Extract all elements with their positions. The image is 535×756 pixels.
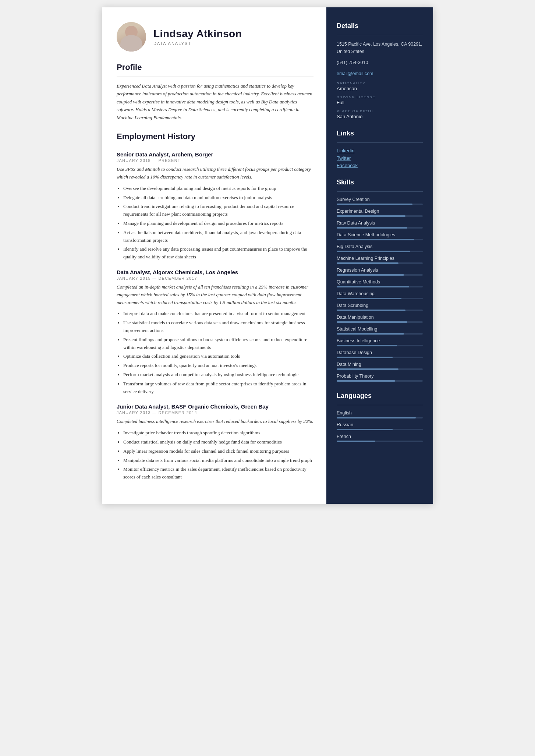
bullet-item: Perform market analysis and competitor a… [123, 371, 313, 379]
email-link[interactable]: email@email.com [337, 71, 373, 76]
link-item[interactable]: Linkedin [337, 148, 423, 153]
details-title: Details [337, 22, 423, 30]
languages-divider [337, 405, 423, 405]
nationality-label: Nationality [337, 81, 423, 85]
bullet-item: Act as the liaison between data architec… [123, 229, 313, 244]
skill-bar-fill [337, 215, 405, 217]
links-title: Links [337, 130, 423, 137]
skill-item: Database Design [337, 350, 423, 358]
skill-name: Data Manipulation [337, 315, 423, 320]
skill-bar-fill [337, 286, 409, 287]
right-column: Details 1515 Pacific Ave, Los Angeles, C… [326, 7, 433, 504]
job-bullets: Oversee the developmental planning and d… [123, 185, 313, 261]
nationality-value: American [337, 86, 423, 91]
driving-value: Full [337, 100, 423, 105]
skill-bar-bg [337, 227, 423, 229]
employment-divider [117, 146, 313, 146]
bullet-item: Delegate all data scrubbing and data man… [123, 194, 313, 202]
skill-bar-bg [337, 298, 423, 299]
language-bar-fill [337, 429, 393, 430]
skill-bar-fill [337, 380, 395, 382]
detail-phone: (541) 754-3010 [337, 59, 423, 66]
profile-divider [117, 77, 313, 77]
skill-bar-bg [337, 357, 423, 358]
skill-bar-fill [337, 310, 405, 311]
job-bullets: Investigate price behavior trends throug… [123, 429, 313, 481]
bullet-item: Transform large volumes of raw data from… [123, 380, 313, 396]
skill-item: Data Science Methodologies [337, 232, 423, 240]
skill-bar-bg [337, 310, 423, 311]
job-dates: January 2013 — December 2014 [117, 410, 313, 415]
language-name: Russian [337, 422, 423, 427]
job-summary: Completed business intelligence research… [117, 418, 313, 425]
skill-bar-fill [337, 274, 404, 276]
skill-item: Big Data Analysis [337, 244, 423, 252]
candidate-name: Lindsay Atkinson [153, 28, 242, 40]
link-item[interactable]: Twitter [337, 155, 423, 161]
skill-bar-fill [337, 368, 398, 370]
skill-name: Quantitative Methods [337, 279, 423, 285]
skill-name: Business Intelligence [337, 338, 423, 343]
skill-item: Quantitative Methods [337, 279, 423, 287]
skill-bar-bg [337, 380, 423, 382]
job-title: Junior Data Analyst, BASF Organic Chemic… [117, 403, 313, 410]
detail-email: email@email.com [337, 70, 423, 77]
skill-bar-fill [337, 298, 401, 299]
skill-item: Machine Learning Principles [337, 256, 423, 264]
skill-item: Data Mining [337, 362, 423, 370]
skill-name: Regression Analysis [337, 268, 423, 273]
skill-name: Data Mining [337, 362, 423, 367]
jobs-container: Senior Data Analyst, Archem, BorgerJanua… [117, 151, 313, 481]
job-summary: Completed an in-depth market analysis of… [117, 283, 313, 306]
job-entry: Junior Data Analyst, BASF Organic Chemic… [117, 403, 313, 481]
resume-container: Lindsay Atkinson Data Analyst Profile Ex… [102, 7, 433, 504]
skill-name: Raw Data Analysis [337, 220, 423, 226]
skill-name: Survey Creation [337, 197, 423, 202]
job-title: Data Analyst, Algorax Chemicals, Los Ang… [117, 269, 313, 275]
bullet-item: Investigate price behavior trends throug… [123, 429, 313, 437]
language-bar-fill [337, 441, 375, 442]
job-dates: January 2018 — Present [117, 158, 313, 163]
skill-item: Statistical Modelling [337, 326, 423, 335]
candidate-title: Data Analyst [153, 41, 242, 46]
language-bar-fill [337, 417, 416, 418]
skill-bar-fill [337, 239, 414, 240]
skill-bar-bg [337, 274, 423, 276]
skill-bar-bg [337, 286, 423, 287]
bullet-item: Produce reports for monthly, quarterly a… [123, 362, 313, 370]
birth-label: Place of Birth [337, 109, 423, 113]
birth-value: San Antonio [337, 114, 423, 119]
job-dates: January 2015 — December 2017 [117, 276, 313, 280]
skill-name: Data Scrubbing [337, 303, 423, 308]
skills-divider [337, 191, 423, 192]
bullet-item: Apply linear regression models for sales… [123, 448, 313, 455]
link-item[interactable]: Facebook [337, 163, 423, 168]
language-name: French [337, 434, 423, 439]
language-item: French [337, 434, 423, 442]
skill-bar-fill [337, 204, 412, 205]
detail-address: 1515 Pacific Ave, Los Angeles, CA 90291,… [337, 40, 423, 55]
skill-bar-bg [337, 215, 423, 217]
job-title: Senior Data Analyst, Archem, Borger [117, 151, 313, 158]
bullet-item: Conduct trend investigations relating to… [123, 203, 313, 218]
skill-bar-bg [337, 321, 423, 323]
skill-item: Probability Theory [337, 374, 423, 382]
skill-bar-fill [337, 345, 397, 346]
job-bullets: Interpret data and make conclusions that… [123, 310, 313, 395]
skill-bar-bg [337, 204, 423, 205]
profile-text: Experienced Data Analyst with a passion … [117, 82, 313, 121]
languages-container: EnglishRussianFrench [337, 410, 423, 442]
avatar [117, 22, 146, 52]
bullet-item: Use statistical models to correlate vari… [123, 319, 313, 335]
language-item: English [337, 410, 423, 418]
language-bar-bg [337, 441, 423, 442]
skill-bar-bg [337, 251, 423, 252]
bullet-item: Optimize data collection and generation … [123, 353, 313, 360]
language-item: Russian [337, 422, 423, 430]
profile-title: Profile [117, 63, 313, 72]
skill-name: Data Science Methodologies [337, 232, 423, 237]
bullet-item: Manipulate data sets from various social… [123, 457, 313, 464]
skill-item: Raw Data Analysis [337, 220, 423, 229]
language-bar-bg [337, 429, 423, 430]
language-bar-bg [337, 417, 423, 418]
